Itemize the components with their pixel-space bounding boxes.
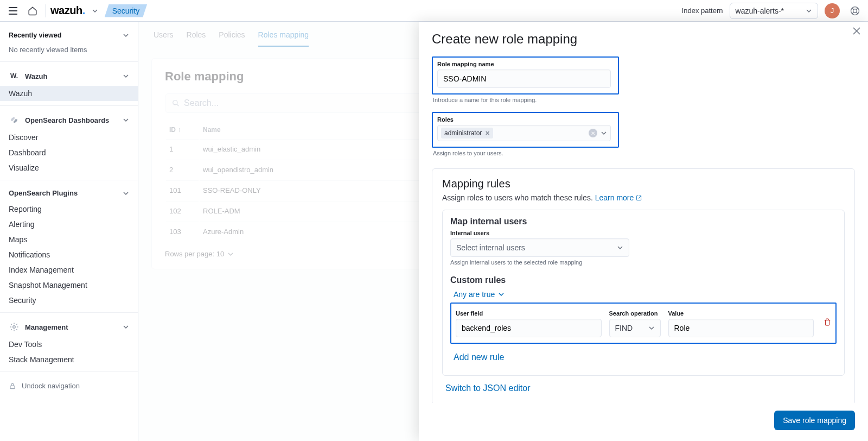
mapping-rules-sub: Assign roles to users who match these ru… xyxy=(442,193,845,202)
mapping-rules-panel: Mapping rules Assign roles to users who … xyxy=(432,168,855,403)
sidebar-group-plugins-label: OpenSearch Plugins xyxy=(9,189,117,197)
rows-per-page-label: Rows per page: 10 xyxy=(165,250,224,258)
mapping-rules-sub-text: Assign roles to users who match these ru… xyxy=(442,193,595,202)
chevron-down-icon xyxy=(227,251,234,257)
search-placeholder: Search... xyxy=(184,98,219,108)
cell-id: 102 xyxy=(166,201,199,220)
tab-roles[interactable]: Roles xyxy=(187,30,206,47)
add-new-rule-link[interactable]: Add new rule xyxy=(454,352,504,362)
divider xyxy=(0,105,138,106)
rule-value-input[interactable] xyxy=(668,319,814,337)
col-id[interactable]: ID ↑ xyxy=(166,122,199,138)
roles-combobox[interactable]: administrator ✕ ✕ xyxy=(437,125,611,141)
sidebar-item-index-management[interactable]: Index Management xyxy=(0,262,138,278)
sidebar-item-devtools[interactable]: Dev Tools xyxy=(0,337,138,352)
tab-users[interactable]: Users xyxy=(154,30,174,47)
internal-users-select[interactable]: Select internal users xyxy=(450,238,629,257)
sidebar-item-reporting[interactable]: Reporting xyxy=(0,201,138,217)
sidebar-item-snapshot-management[interactable]: Snapshot Management xyxy=(0,278,138,293)
learn-more-link[interactable]: Learn more xyxy=(595,193,642,202)
chevron-down-icon xyxy=(123,32,129,39)
chevron-down-icon xyxy=(806,8,812,14)
rule-op-select[interactable]: FIND xyxy=(609,319,661,337)
rule-user-field-input[interactable] xyxy=(456,319,602,337)
switch-json-editor-link[interactable]: Switch to JSON editor xyxy=(445,383,531,393)
menu-toggle-button[interactable] xyxy=(4,2,22,20)
role-mapping-name-group: Role mapping name xyxy=(432,56,619,94)
custom-rule-row: User field Search operation FIND Value xyxy=(450,303,837,344)
tab-roles-mapping[interactable]: Roles mapping xyxy=(258,30,309,47)
role-mapping-name-input[interactable] xyxy=(437,70,611,88)
flyout-title: Create new role mapping xyxy=(432,32,855,47)
save-role-mapping-button[interactable]: Save role mapping xyxy=(774,411,855,430)
chevron-down-icon xyxy=(617,244,623,251)
chevron-down-icon xyxy=(123,73,129,79)
create-role-mapping-flyout: Create new role mapping Role mapping nam… xyxy=(419,22,868,441)
avatar[interactable]: J xyxy=(825,3,840,18)
sidebar-group-osd[interactable]: OpenSearch Dashboards xyxy=(0,110,138,130)
rule-op-label: Search operation xyxy=(609,310,661,317)
undock-navigation[interactable]: Undock navigation xyxy=(0,376,138,395)
role-chip: administrator ✕ xyxy=(441,128,493,138)
internal-users-label: Internal users xyxy=(450,230,837,236)
cell-id: 1 xyxy=(166,139,199,159)
svg-point-4 xyxy=(173,100,177,105)
chevron-down-icon xyxy=(601,130,607,136)
topbar: wazuh. Security Index pattern wazuh-aler… xyxy=(0,0,868,22)
sidebar-item-visualize[interactable]: Visualize xyxy=(0,160,138,175)
rule-op-value: FIND xyxy=(615,324,633,332)
sidebar-group-wazuh-label: Wazuh xyxy=(25,72,117,80)
home-button[interactable] xyxy=(24,2,41,20)
sidebar-item-notifications[interactable]: Notifications xyxy=(0,247,138,262)
sidebar-item-stack-management[interactable]: Stack Management xyxy=(0,352,138,367)
brand-text: wazuh xyxy=(50,4,82,16)
roles-label: Roles xyxy=(437,116,614,123)
index-pattern-value: wazuh-alerts-* xyxy=(736,7,784,15)
sidebar-item-maps[interactable]: Maps xyxy=(0,232,138,247)
sidebar-recently-viewed-header[interactable]: Recently viewed xyxy=(0,28,138,42)
sidebar-item-dashboard[interactable]: Dashboard xyxy=(0,145,138,160)
sidebar-item-alerting[interactable]: Alerting xyxy=(0,217,138,232)
brand-logo: wazuh. xyxy=(50,4,85,17)
sidebar-group-management-label: Management xyxy=(25,323,117,331)
breadcrumb-current[interactable]: Security xyxy=(105,4,148,17)
divider xyxy=(0,180,138,180)
rule-match-mode[interactable]: Any are true xyxy=(454,290,505,299)
wazuh-mini-logo: W. xyxy=(9,71,20,81)
sidebar-item-wazuh[interactable]: Wazuh xyxy=(0,86,138,101)
sidebar-group-plugins[interactable]: OpenSearch Plugins xyxy=(0,185,138,201)
internal-users-placeholder: Select internal users xyxy=(456,243,525,252)
divider xyxy=(0,312,138,313)
svg-point-2 xyxy=(13,326,16,329)
rule-user-field-col: User field xyxy=(456,307,602,337)
clear-roles-button[interactable]: ✕ xyxy=(589,129,597,137)
help-button[interactable] xyxy=(846,2,864,20)
rule-user-field-label: User field xyxy=(456,310,602,317)
learn-more-label: Learn more xyxy=(595,193,634,202)
external-link-icon xyxy=(636,195,642,201)
index-pattern-select[interactable]: wazuh-alerts-* xyxy=(730,3,818,19)
delete-rule-button[interactable] xyxy=(824,318,831,326)
internal-users-hint: Assign internal users to the selected ro… xyxy=(450,259,837,266)
roles-dropdown-toggle[interactable] xyxy=(601,130,607,136)
sidebar-item-security[interactable]: Security xyxy=(0,293,138,308)
custom-rules-heading: Custom rules xyxy=(450,275,837,285)
remove-role-chip[interactable]: ✕ xyxy=(485,130,490,137)
tab-policies[interactable]: Policies xyxy=(219,30,245,47)
hamburger-icon xyxy=(9,7,17,15)
search-icon xyxy=(172,99,180,107)
opensearch-icon xyxy=(9,115,20,125)
chevron-down-icon xyxy=(123,324,129,330)
role-mapping-name-label: Role mapping name xyxy=(437,61,614,67)
svg-point-1 xyxy=(853,9,857,12)
sidebar-group-wazuh[interactable]: W. Wazuh xyxy=(0,66,138,86)
sidebar-group-management[interactable]: Management xyxy=(0,317,138,337)
sort-asc-icon: ↑ xyxy=(177,126,181,134)
rule-value-col: Value xyxy=(668,307,814,337)
home-icon xyxy=(28,6,37,16)
any-true-label: Any are true xyxy=(454,290,495,299)
breadcrumb-chevron-icon xyxy=(92,8,98,14)
close-flyout-button[interactable] xyxy=(853,27,860,35)
sidebar: Recently viewed No recently viewed items… xyxy=(0,22,138,441)
sidebar-item-discover[interactable]: Discover xyxy=(0,130,138,145)
